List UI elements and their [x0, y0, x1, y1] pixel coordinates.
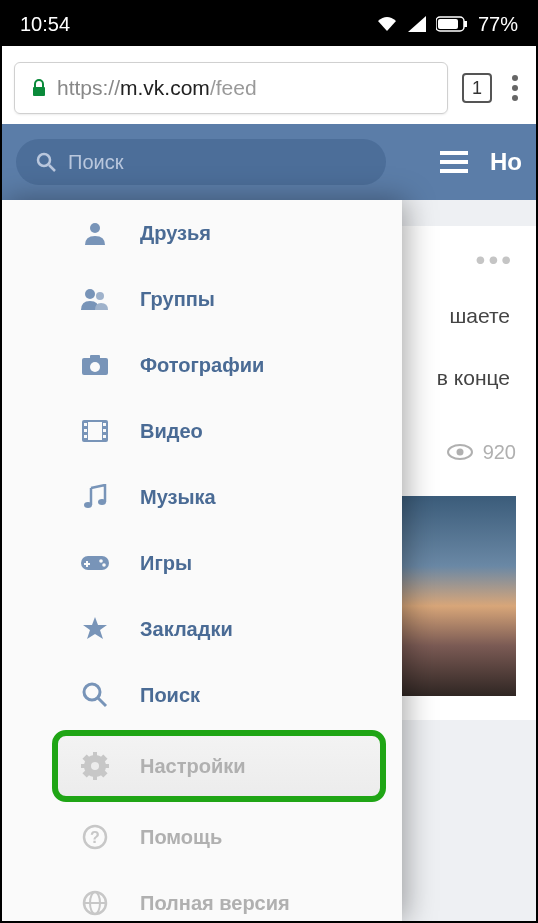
svg-point-10	[96, 292, 104, 300]
sidebar-item-label: Игры	[140, 552, 192, 575]
eye-icon	[447, 444, 473, 460]
svg-rect-3	[33, 87, 45, 96]
sidebar-item-label: Друзья	[140, 222, 211, 245]
cell-signal-icon	[408, 16, 426, 32]
svg-rect-34	[93, 752, 97, 758]
svg-point-23	[84, 502, 92, 508]
svg-point-24	[98, 499, 106, 505]
battery-icon	[436, 16, 468, 32]
gamepad-icon	[80, 553, 110, 573]
sidebar-item-label: Музыка	[140, 486, 216, 509]
sidebar-item-label: Полная версия	[140, 892, 290, 915]
svg-rect-1	[464, 21, 467, 27]
svg-rect-19	[84, 435, 87, 438]
sidebar-item-games[interactable]: Игры	[2, 530, 402, 596]
tab-counter[interactable]: 1	[462, 73, 492, 103]
sidebar-item-label: Видео	[140, 420, 203, 443]
vk-header: Поиск Но	[2, 124, 536, 200]
sidebar-item-label: Фотографии	[140, 354, 264, 377]
svg-rect-17	[84, 423, 87, 426]
svg-line-31	[98, 698, 106, 706]
sidebar-item-label: Настройки	[140, 755, 246, 778]
svg-point-28	[99, 559, 103, 563]
search-icon	[36, 152, 56, 172]
svg-point-29	[102, 563, 106, 567]
sidebar-item-photos[interactable]: Фотографии	[2, 332, 402, 398]
svg-rect-21	[103, 429, 106, 432]
sidebar-item-music[interactable]: Музыка	[2, 464, 402, 530]
wifi-icon	[376, 16, 398, 32]
status-right: 77%	[376, 13, 518, 36]
svg-point-4	[38, 154, 50, 166]
globe-icon	[80, 890, 110, 916]
svg-line-5	[49, 165, 55, 171]
svg-rect-37	[103, 764, 109, 768]
svg-point-8	[90, 223, 100, 233]
svg-rect-36	[81, 764, 87, 768]
svg-rect-20	[103, 423, 106, 426]
sidebar-item-help[interactable]: ? Помощь	[2, 804, 402, 870]
svg-point-33	[91, 762, 99, 770]
music-icon	[80, 484, 110, 510]
sidebar-drawer: Друзья Группы Фотографии Видео Музыка	[2, 200, 402, 921]
friend-icon	[80, 220, 110, 246]
svg-text:?: ?	[90, 829, 100, 846]
view-count: 920	[483, 430, 516, 474]
sidebar-item-video[interactable]: Видео	[2, 398, 402, 464]
svg-rect-18	[84, 429, 87, 432]
browser-menu-icon[interactable]	[506, 75, 524, 101]
svg-point-13	[90, 362, 100, 372]
svg-point-7	[456, 449, 463, 456]
url-text: https://m.vk.com/feed	[57, 76, 257, 100]
film-icon	[80, 420, 110, 442]
help-icon: ?	[80, 824, 110, 850]
sidebar-item-groups[interactable]: Группы	[2, 266, 402, 332]
camera-icon	[80, 354, 110, 376]
browser-chrome: https://m.vk.com/feed 1	[2, 46, 536, 124]
svg-rect-27	[84, 563, 90, 565]
star-icon	[80, 616, 110, 642]
svg-rect-12	[90, 355, 100, 360]
sidebar-item-bookmarks[interactable]: Закладки	[2, 596, 402, 662]
search-input[interactable]: Поиск	[16, 139, 386, 185]
address-bar[interactable]: https://m.vk.com/feed	[14, 62, 448, 114]
hamburger-icon[interactable]	[420, 151, 474, 173]
svg-rect-22	[103, 435, 106, 438]
groups-icon	[80, 287, 110, 311]
status-battery-pct: 77%	[478, 13, 518, 36]
sidebar-item-label: Помощь	[140, 826, 222, 849]
lock-icon	[31, 79, 47, 97]
sidebar-item-settings[interactable]: Настройки	[52, 730, 386, 802]
status-time: 10:54	[20, 13, 70, 36]
search-icon	[80, 682, 110, 708]
sidebar-item-label: Закладки	[140, 618, 233, 641]
card-menu-icon[interactable]: •••	[476, 238, 514, 282]
svg-point-30	[84, 684, 100, 700]
sidebar-item-full-version[interactable]: Полная версия	[2, 870, 402, 921]
svg-rect-2	[438, 19, 458, 29]
gear-icon	[80, 752, 110, 780]
svg-rect-35	[93, 774, 97, 780]
svg-point-9	[85, 289, 95, 299]
sidebar-item-search[interactable]: Поиск	[2, 662, 402, 728]
search-placeholder: Поиск	[68, 151, 123, 174]
sidebar-item-label: Поиск	[140, 684, 200, 707]
page-title: Но	[490, 148, 522, 176]
sidebar-item-friends[interactable]: Друзья	[2, 200, 402, 266]
sidebar-item-label: Группы	[140, 288, 215, 311]
android-statusbar: 10:54 77%	[2, 2, 536, 46]
